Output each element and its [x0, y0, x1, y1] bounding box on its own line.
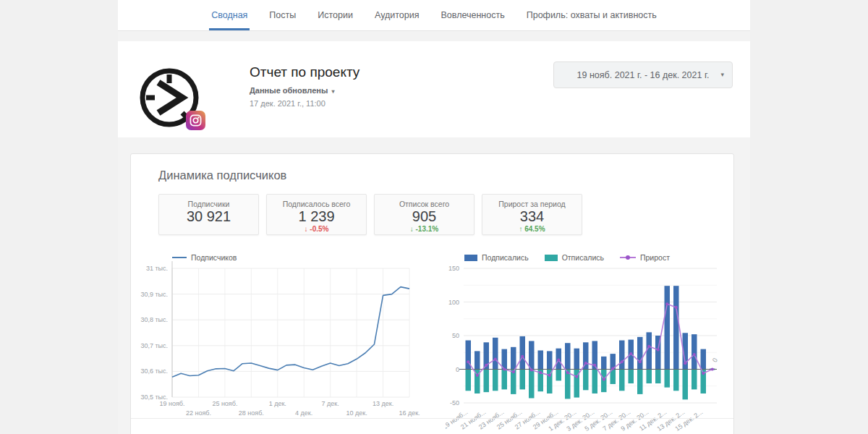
growth-marker — [621, 360, 624, 363]
y-tick-label: 30,5 тыс. — [140, 393, 168, 401]
growth-marker — [467, 360, 469, 363]
growth-marker — [548, 374, 551, 377]
bar-subscribed — [601, 357, 607, 370]
y-tick-label: 100 — [448, 299, 459, 306]
growth-marker — [566, 371, 569, 374]
metric-value: 334 — [482, 208, 582, 225]
instagram-badge-icon — [186, 111, 205, 130]
bar-subscribed — [692, 334, 697, 369]
date-range-value: 19 нояб. 2021 г. - 16 дек. 2021 г. — [577, 70, 710, 80]
project-avatar[interactable] — [137, 65, 204, 132]
growth-marker — [494, 357, 497, 360]
growth-end-value-label: 0 — [711, 357, 719, 363]
bar-subscribed — [520, 336, 526, 370]
bar-subscribed — [665, 286, 671, 369]
bar-unsubscribed — [647, 370, 652, 384]
tab-posts[interactable]: Посты — [267, 0, 298, 30]
chevron-down-icon: ▾ — [331, 88, 334, 95]
y-tick-label: 30,8 тыс. — [140, 316, 168, 323]
growth-marker — [476, 374, 479, 377]
bar-unsubscribed — [655, 370, 661, 384]
report-header: Отчет по проекту Данные обновлены ▾ 17 д… — [118, 41, 750, 137]
x-tick-label: 4 дек. — [295, 409, 312, 417]
x-tick-label: 7 дек. — [322, 400, 339, 407]
y-tick-label: -50 — [450, 399, 459, 407]
growth-marker — [611, 367, 614, 370]
bar-unsubscribed — [493, 370, 498, 391]
y-tick-label: 30,6 тыс. — [140, 367, 168, 375]
bar-unsubscribed — [692, 370, 697, 390]
metric-value: 1 239 — [267, 208, 366, 225]
bar-unsubscribed — [466, 370, 472, 391]
metrics-row: Подписчики 30 921 Подписалось всего 1 23… — [158, 194, 582, 235]
growth-marker — [657, 348, 660, 351]
growth-marker — [702, 372, 705, 375]
section-title: Динамика подписчиков — [158, 169, 286, 182]
tab-summary[interactable]: Сводная — [209, 0, 250, 30]
y-tick-label: 150 — [448, 265, 459, 272]
metric-delta: ↓ -13.1% — [375, 225, 474, 233]
growth-marker — [557, 358, 560, 361]
y-tick-label: 31 тыс. — [146, 265, 168, 272]
tab-stories[interactable]: Истории — [315, 0, 355, 30]
tab-engagement[interactable]: Вовлеченность — [439, 0, 507, 30]
followers-line-chart: 19 нояб.22 нояб.25 нояб.28 нояб.1 дек.4 … — [135, 241, 424, 434]
x-tick-label: 16 дек. — [399, 409, 420, 417]
x-tick-label: 25 нояб. — [212, 400, 237, 407]
page: { "nav": { "tabs": [ {"label": "Сводная"… — [0, 0, 868, 434]
bar-subscribed — [701, 349, 707, 370]
bar-subscribed — [493, 338, 498, 370]
y-tick-label: 0 — [456, 366, 459, 373]
bar-unsubscribed — [665, 370, 671, 388]
bar-unsubscribed — [583, 370, 589, 391]
growth-marker — [584, 362, 587, 365]
page-title: Отчет по проекту — [250, 64, 359, 80]
bar-subscribed — [475, 351, 480, 369]
x-tick-label: 10 дек. — [346, 409, 367, 417]
x-tick-label: 28 нояб. — [239, 409, 264, 417]
followers-series-line — [172, 287, 409, 378]
growth-marker — [675, 306, 678, 309]
data-updated-dropdown[interactable]: Данные обновлены ▾ — [250, 86, 334, 95]
growth-marker — [647, 345, 650, 348]
bar-subscribed — [673, 286, 679, 369]
subscriptions-bar-chart: 150100500-5019 нояб...21 нояб...23 нояб.… — [446, 241, 736, 434]
growth-marker — [485, 364, 488, 367]
growth-marker — [629, 352, 632, 355]
bar-unsubscribed — [529, 370, 535, 399]
x-tick-label: 1 дек. — [269, 400, 286, 407]
date-range-picker[interactable]: 19 нояб. 2021 г. - 16 дек. 2021 г. ▾ — [553, 61, 733, 88]
card-section-divider — [131, 418, 733, 419]
metric-label: Прирост за период — [482, 200, 582, 208]
bar-subscribed — [529, 341, 535, 369]
metric-subscribed-total: Подписалось всего 1 239 ↓ -0.5% — [266, 194, 367, 235]
bar-unsubscribed — [629, 370, 634, 384]
bar-unsubscribed — [683, 370, 689, 400]
growth-marker — [711, 367, 714, 370]
bar-subscribed — [547, 351, 553, 369]
bar-unsubscribed — [592, 370, 598, 393]
tab-audience[interactable]: Аудитория — [373, 0, 422, 30]
metric-value: 30 921 — [159, 208, 258, 225]
growth-marker — [665, 302, 668, 305]
x-tick-label: 19 нояб. — [159, 400, 184, 407]
data-updated-label: Данные обновлены — [250, 86, 328, 95]
metric-delta: ↑ 64.5% — [482, 225, 582, 233]
y-tick-label: 30,9 тыс. — [140, 291, 168, 298]
bar-unsubscribed — [637, 370, 643, 394]
growth-marker — [503, 367, 506, 370]
y-tick-label: 30,7 тыс. — [140, 342, 168, 349]
growth-marker — [603, 378, 605, 380]
bar-subscribed — [502, 349, 508, 370]
bar-unsubscribed — [619, 370, 625, 391]
bar-subscribed — [565, 343, 571, 369]
y-tick-label: 50 — [452, 332, 459, 339]
metric-value: 905 — [375, 208, 474, 225]
x-tick-label: 13 дек. — [373, 400, 393, 407]
growth-marker — [639, 360, 642, 363]
x-tick-label: 22 нояб. — [186, 409, 211, 417]
metric-growth-period: Прирост за период 334 ↑ 64.5% — [482, 194, 582, 235]
bar-subscribed — [538, 350, 544, 369]
metric-label: Подписчики — [159, 200, 258, 208]
tab-profile-reach[interactable]: Профиль: охваты и активность — [524, 0, 659, 30]
